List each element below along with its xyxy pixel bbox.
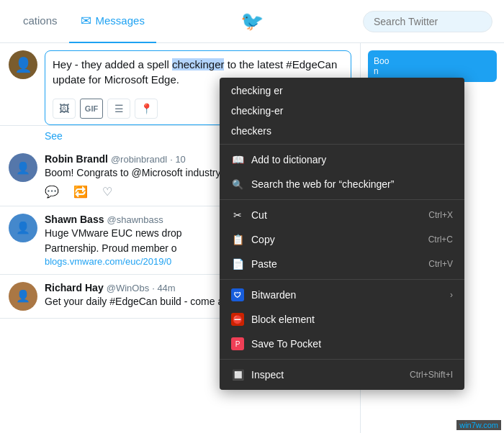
topbar: cations ✉ Messages 🐦 bbox=[0, 0, 504, 43]
ctx-copy[interactable]: 📋 Copy Ctrl+C bbox=[220, 227, 464, 252]
ctx-cut[interactable]: ✂ Cut Ctrl+X bbox=[220, 203, 464, 227]
ctx-search-web[interactable]: 🔍 Search the web for “checkinger” bbox=[220, 172, 464, 196]
ctx-suggestion-2[interactable]: checkers bbox=[220, 121, 464, 141]
ctx-copy-shortcut: Ctrl+C bbox=[428, 234, 453, 245]
nav-notifications-label: cations bbox=[23, 14, 58, 27]
book-label2: n bbox=[374, 66, 379, 76]
bitwarden-icon: 🛡 bbox=[231, 288, 244, 301]
book-label: Boo bbox=[374, 56, 389, 66]
tweet-handle-robin: @robinbrandl bbox=[111, 154, 167, 165]
reply-icon[interactable]: 💬 bbox=[45, 185, 59, 199]
pocket-icon: P bbox=[231, 337, 244, 350]
tweet-text-before: Hey - they added a spell bbox=[53, 58, 172, 70]
ctx-inspect[interactable]: 🔲 Inspect Ctrl+Shift+I bbox=[220, 363, 464, 387]
ctx-suggestion-1-label: checking-er bbox=[231, 105, 283, 117]
book-promo-text: Boo n bbox=[374, 56, 491, 76]
inspect-icon: 🔲 bbox=[231, 368, 244, 381]
ctx-cut-shortcut: Ctrl+X bbox=[428, 210, 453, 220]
topbar-right bbox=[363, 11, 492, 32]
paste-icon: 📄 bbox=[231, 257, 244, 270]
twitter-logo-icon: 🐦 bbox=[240, 10, 264, 32]
ctx-suggestion-1[interactable]: checking-er bbox=[220, 101, 464, 121]
ctx-save-to-pocket[interactable]: P Save To Pocket bbox=[220, 332, 464, 356]
ctx-divider-1 bbox=[220, 144, 464, 145]
search-input[interactable] bbox=[363, 11, 492, 32]
watermark: win7w.com bbox=[456, 420, 501, 430]
tweet-name-robin: Robin Brandl bbox=[45, 153, 108, 165]
tweet-name-shawn: Shawn Bass bbox=[45, 214, 104, 225]
ctx-add-to-dictionary-label: Add to dictionary bbox=[251, 154, 326, 165]
ctx-cut-label: Cut bbox=[251, 209, 267, 221]
tweet-handle-shawn: @shawnbass bbox=[107, 214, 163, 225]
like-icon[interactable]: ♡ bbox=[102, 185, 112, 199]
copy-icon: 📋 bbox=[231, 233, 244, 246]
ctx-paste[interactable]: 📄 Paste Ctrl+V bbox=[220, 252, 464, 276]
ctx-inspect-label: Inspect bbox=[251, 369, 284, 380]
topbar-center: 🐦 bbox=[240, 10, 264, 32]
avatar-placeholder: 👤 bbox=[9, 50, 37, 79]
gif-icon[interactable]: GIF bbox=[80, 99, 103, 119]
block-icon: ⛔ bbox=[231, 313, 244, 326]
ctx-suggestion-2-label: checkers bbox=[231, 125, 271, 137]
tweet-name-richard: Richard Hay bbox=[45, 282, 104, 293]
location-icon[interactable]: 📍 bbox=[135, 99, 158, 119]
ctx-save-to-pocket-label: Save To Pocket bbox=[251, 338, 321, 350]
tweet-time-robin: · 10 bbox=[170, 154, 186, 165]
mail-icon: ✉ bbox=[81, 13, 91, 29]
ctx-divider-4 bbox=[220, 359, 464, 360]
tweet-time-richard: · 44m bbox=[152, 283, 176, 293]
context-menu: checking er checking-er checkers 📖 Add t… bbox=[220, 78, 464, 390]
ctx-copy-label: Copy bbox=[251, 234, 275, 245]
ctx-divider-3 bbox=[220, 279, 464, 280]
nav-messages-label: Messages bbox=[96, 14, 145, 27]
tweet-avatar-robin: 👤 bbox=[9, 153, 37, 182]
ctx-search-web-label: Search the web for “checkinger” bbox=[251, 178, 394, 190]
topbar-left: cations ✉ Messages bbox=[12, 0, 156, 43]
nav-item-notifications[interactable]: cations bbox=[12, 0, 69, 43]
list-icon[interactable]: ☰ bbox=[107, 99, 130, 119]
ctx-inspect-shortcut: Ctrl+Shift+I bbox=[410, 370, 453, 380]
dictionary-icon: 📖 bbox=[231, 153, 244, 166]
ctx-block-element-label: Block element bbox=[251, 314, 315, 325]
tweet-avatar-shawn: 👤 bbox=[9, 214, 37, 242]
ctx-paste-label: Paste bbox=[251, 258, 277, 270]
cut-icon: ✂ bbox=[231, 209, 244, 222]
search-web-icon: 🔍 bbox=[231, 178, 244, 191]
retweet-icon[interactable]: 🔁 bbox=[73, 185, 88, 199]
ctx-bitwarden-label: Bitwarden bbox=[251, 289, 296, 301]
ctx-suggestion-0[interactable]: checking er bbox=[220, 81, 464, 101]
tweet-text-highlight: checkinger bbox=[172, 58, 225, 70]
ctx-bitwarden[interactable]: 🛡 Bitwarden › bbox=[220, 283, 464, 307]
ctx-suggestion-0-label: checking er bbox=[231, 85, 283, 96]
tweet-handle-richard: @WinObs bbox=[107, 283, 149, 293]
bitwarden-arrow-icon: › bbox=[450, 290, 453, 300]
user-avatar: 👤 bbox=[9, 50, 37, 79]
nav-item-messages[interactable]: ✉ Messages bbox=[69, 0, 156, 43]
image-icon[interactable]: 🖼 bbox=[53, 99, 76, 119]
ctx-divider-2 bbox=[220, 199, 464, 200]
ctx-add-to-dictionary[interactable]: 📖 Add to dictionary bbox=[220, 147, 464, 172]
ctx-block-element[interactable]: ⛔ Block element bbox=[220, 307, 464, 332]
tweet-avatar-richard: 👤 bbox=[9, 282, 37, 311]
ctx-paste-shortcut: Ctrl+V bbox=[428, 259, 453, 269]
